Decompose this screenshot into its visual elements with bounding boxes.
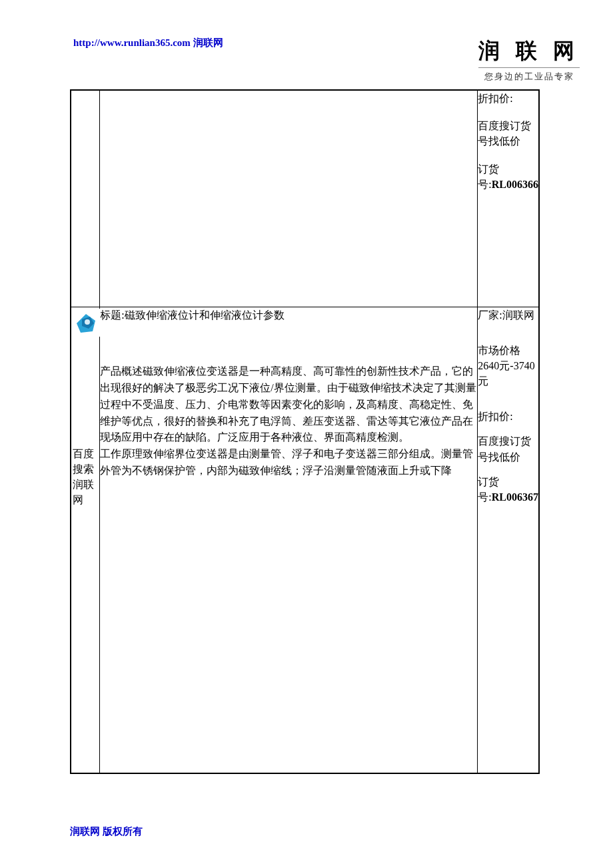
footer-copyright: 润联网 版权所有 <box>70 825 143 838</box>
cell-mid-2: 标题:磁致伸缩液位计和伸缩液位计参数 产品概述磁致伸缩液位变送器是一种高精度、高… <box>100 307 478 773</box>
product-title: 标题:磁致伸缩液位计和伸缩液位计参数 <box>100 307 477 324</box>
order-value: RL006367 <box>492 491 538 503</box>
cell-mid-1 <box>100 90 478 307</box>
logo-main: 润 联 网 <box>478 37 580 66</box>
product-thumbnail-icon <box>73 309 101 337</box>
baidu-tip: 百度搜订货号找低价 <box>478 118 538 149</box>
maker: 厂家:润联网 <box>478 307 538 323</box>
logo-subtitle: 您身边的工业品专家 <box>478 67 580 83</box>
cell-right-2: 厂家:润联网 市场价格2640元-3740元 折扣价: 百度搜订货号找低价 订货… <box>478 307 539 773</box>
cell-left-1 <box>71 90 100 307</box>
cell-left-2: 百度搜索润联网 <box>71 307 100 773</box>
logo: 润 联 网 您身边的工业品专家 <box>478 37 586 83</box>
title-value: 磁致伸缩液位计和伸缩液位计参数 <box>125 309 285 321</box>
product-principle: 工作原理致伸缩界位变送器是由测量管、浮子和电子变送器三部分组成。测量管外管为不锈… <box>100 446 477 479</box>
order-number: 订货号:RL006366 <box>478 161 538 192</box>
table-row: 折扣价: 百度搜订货号找低价 订货号:RL006366 <box>71 90 539 307</box>
discount-label: 折扣价: <box>478 91 538 106</box>
product-description: 产品概述磁致伸缩液位变送器是一种高精度、高可靠性的创新性技术产品，它的出现很好的… <box>100 363 477 446</box>
svg-point-3 <box>85 319 90 325</box>
price-value: 2640元-3740元 <box>478 360 534 387</box>
cell-right-1: 折扣价: 百度搜订货号找低价 订货号:RL006366 <box>478 90 539 307</box>
title-label: 标题: <box>100 309 124 321</box>
baidu-tip: 百度搜订货号找低价 <box>478 433 538 464</box>
order-value: RL006366 <box>492 179 538 190</box>
market-price: 市场价格2640元-3740元 <box>478 343 538 389</box>
order-number: 订货号:RL006367 <box>478 474 538 505</box>
header-link[interactable]: http://www.runlian365.com 润联网 <box>73 37 223 49</box>
page-header: http://www.runlian365.com 润联网 润 联 网 您身边的… <box>0 0 613 89</box>
header-site-name: 润联网 <box>193 37 223 48</box>
baidu-search-text: 百度搜索润联网 <box>73 446 99 508</box>
discount-label: 折扣价: <box>478 409 538 424</box>
price-label: 市场价格 <box>478 345 520 356</box>
maker-value: 润联网 <box>502 309 534 321</box>
table-row: 百度搜索润联网 标题:磁致伸缩液位计和伸缩液位计参数 产品概述磁致伸缩液位变送器… <box>71 307 539 773</box>
content-table: 折扣价: 百度搜订货号找低价 订货号:RL006366 百度搜索润联网 标题:磁… <box>70 89 540 774</box>
header-url[interactable]: http://www.runlian365.com <box>73 37 191 48</box>
maker-label: 厂家: <box>478 309 502 321</box>
